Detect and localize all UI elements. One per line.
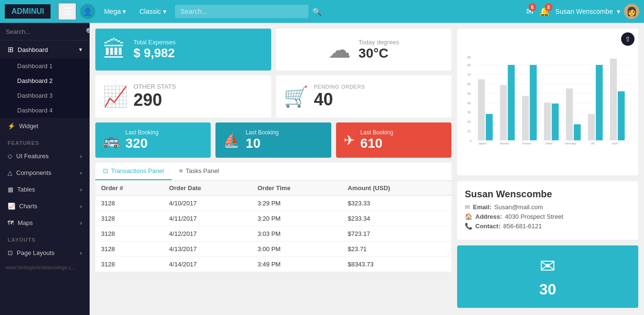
table-cell: 3:20 PM [252,211,342,226]
sidebar-item-charts-label: Charts [19,203,37,210]
bar-chart: 0 10 20 30 40 50 60 70 80 90 [463,34,633,168]
table-cell: 4/14/2017 [164,257,252,272]
chevron-right-icon: › [80,186,82,193]
ui-features-icon: ◇ [8,152,12,160]
bar-france-s1 [522,96,529,140]
tab-tasks[interactable]: ≡ Tasks Panel [172,163,227,180]
sidebar-item-ui-features-label: UI Features [16,152,49,160]
topnav-right: ✉ 6 🔔 8 Susan Wenscombe ▾ 👩 [526,4,639,19]
transactions-table: Order # Order Date Order Time Amount (US… [95,181,451,272]
svg-text:China: China [545,142,552,145]
booking-card-plane: ✈ Last Booking 610 [336,122,451,158]
main-layout: 🔍 ⊞ Dashboard ▾ Dashboard 1 Dashboard 2 … [0,23,644,315]
sidebar-item-components[interactable]: △ Components › [0,164,90,181]
booking-bus-label: Last Booking [125,129,158,136]
mega-menu-button[interactable]: Mega ▾ [99,6,131,17]
booking-card-bus: 🚌 Last Booking 320 [95,122,211,158]
tab-tasks-label: Tasks Panel [185,167,219,174]
table-row: 31284/13/20173:00 PM$23.71 [95,242,451,257]
user-icon-button[interactable]: 👤 [80,4,95,19]
table-cell: $233.34 [342,211,451,226]
col-order-num: Order # [95,181,164,196]
sidebar-item-charts[interactable]: 📈 Charts › [0,198,90,214]
svg-text:Japan: Japan [479,142,486,145]
sidebar-item-dashboard1[interactable]: Dashboard 1 [0,59,90,73]
svg-text:UK: UK [591,142,594,145]
bar-russia-s2 [508,65,515,140]
booking-plane-label: Last Booking [360,129,393,136]
bar-uk-s1 [588,114,595,140]
booking-plane-value: 610 [360,136,393,151]
booking-card-boat: ⛵ Last Booking 10 [215,122,331,158]
table-cell: 3128 [95,211,164,226]
table-row: 31284/11/20173:20 PM$233.34 [95,211,451,226]
table-cell: 4/11/2017 [164,211,252,226]
bar-usa-s2 [618,91,625,141]
address-value: 4030 Prospect Street [505,213,563,220]
email-notification-button[interactable]: ✉ 6 [526,6,533,17]
components-icon: △ [8,169,12,176]
svg-text:10: 10 [467,130,471,133]
plane-icon: ✈ [344,132,355,148]
bar-japan-s2 [486,114,493,140]
cloud-icon: ☁ [328,36,351,63]
table-cell: 3128 [95,257,164,272]
bell-notification-button[interactable]: 🔔 8 [539,6,550,17]
sidebar-item-dashboard[interactable]: ⊞ Dashboard ▾ [0,41,90,59]
top-search-icon[interactable]: 🔍 [312,7,322,16]
email-badge: 6 [529,3,536,11]
other-stats-value: 290 [133,90,176,110]
table-row: 31284/14/20173:49 PM$8343.73 [95,257,451,272]
hamburger-button[interactable]: ☰ [58,3,76,20]
maps-icon: 🗺 [8,219,14,226]
top-navigation: ADMINUI ☰ 👤 Mega ▾ Classic ▾ 🔍 ✉ 6 🔔 8 S… [0,0,644,23]
bar-russia-s1 [500,85,507,140]
sidebar-item-page-layouts[interactable]: ⊡ Page Layouts › [0,244,90,261]
sidebar-item-tables[interactable]: ▦ Tables › [0,181,90,198]
classic-menu-button[interactable]: Classic ▾ [134,6,171,17]
tab-transactions[interactable]: ⊡ Transactions Panel [95,163,172,180]
chevron-right-icon: › [80,153,82,160]
chart-share-button[interactable]: ⇧ [621,32,634,46]
col-order-date: Order Date [164,181,252,196]
booking-cards: 🚌 Last Booking 320 ⛵ Last Booking 10 ✈ [95,122,451,158]
email-label: Email: [473,203,491,211]
weather-card: ☁ Today degrees 30°C [276,29,452,71]
sidebar-item-dashboard4[interactable]: Dashboard 4 [0,103,90,118]
svg-text:0: 0 [470,139,472,142]
tables-icon: ▦ [8,186,13,193]
chevron-right-icon: › [80,220,82,226]
user-contact: 📞 Contact: 856-681-6121 [465,223,631,230]
other-stats-label: Other Stats [133,83,176,90]
logo: ADMINUI [5,4,51,19]
user-profile-button[interactable]: Susan Wenscombe ▾ 👩 [555,4,639,19]
sidebar-item-widget[interactable]: ⚡ Widget [0,118,90,134]
svg-text:USA: USA [612,142,617,145]
sidebar-item-dashboard3[interactable]: Dashboard 3 [0,88,90,103]
pending-orders-label: PENDING ORDERS [314,84,365,90]
sidebar-item-components-label: Components [16,169,51,176]
svg-text:30: 30 [467,111,471,114]
sidebar-item-maps[interactable]: 🗺 Maps › [0,214,90,231]
svg-text:60: 60 [467,82,471,86]
other-stats-card: 📈 Other Stats 290 [95,75,271,118]
sidebar-search-input[interactable] [6,28,86,35]
col-amount: Amount (USD) [342,181,451,196]
home-icon: 🏠 [465,213,472,220]
logo-text-plain: ADMIN [11,7,36,15]
top-search-input[interactable] [175,5,308,18]
user-address: 🏠 Address: 4030 Prospect Street [465,213,631,220]
search-icon: 🔍 [86,28,90,35]
booking-boat-label: Last Booking [245,129,278,136]
sidebar-search: 🔍 [0,23,90,41]
table-cell: $8343.73 [342,257,451,272]
tabs-bar: ⊡ Transactions Panel ≡ Tasks Panel [95,163,451,181]
bar-china-s2 [552,103,559,140]
sidebar-item-dashboard2[interactable]: Dashboard 2 [0,73,90,88]
transactions-panel: ⊡ Transactions Panel ≡ Tasks Panel Order… [95,163,451,272]
chevron-right-icon: › [80,250,82,256]
table-cell: 3:03 PM [252,226,342,242]
svg-text:20: 20 [467,120,471,123]
user-info-panel: Susan Wenscombe ✉ Email: Susan@mail.com … [457,181,638,240]
sidebar-item-ui-features[interactable]: ◇ UI Features › [0,148,90,164]
